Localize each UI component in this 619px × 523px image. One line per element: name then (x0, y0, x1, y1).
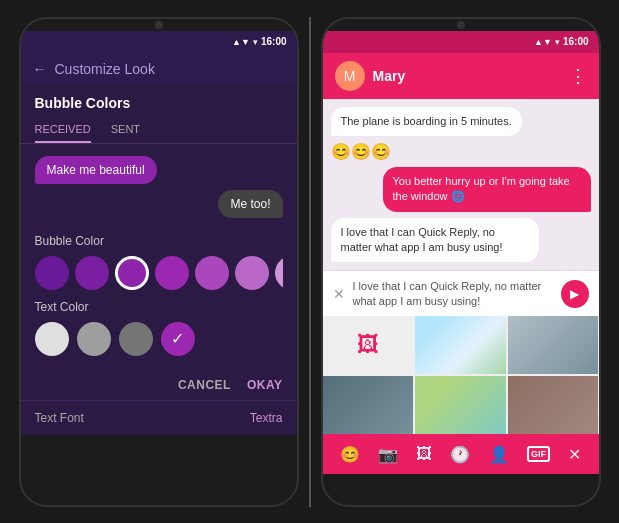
send-icon: ▶ (570, 287, 579, 301)
bubble-preview: Make me beautiful Me too! (21, 150, 297, 224)
toolbar: ← Customize Look (21, 53, 297, 85)
message-3: You better hurry up or I'm going take th… (383, 167, 591, 212)
toolbar-title: Customize Look (55, 61, 155, 77)
close-toolbar-icon[interactable]: ✕ (568, 445, 581, 464)
photo-cell-icon[interactable]: 🖼 (323, 316, 414, 374)
text-circle-2[interactable] (77, 322, 111, 356)
check-icon: ✓ (171, 329, 184, 348)
received-bubble: Make me beautiful (35, 156, 157, 184)
text-color-circles: ✓ (35, 322, 283, 356)
bubble-color-label: Bubble Color (35, 234, 283, 248)
text-circle-4[interactable]: ✓ (161, 322, 195, 356)
back-arrow-icon[interactable]: ← (33, 61, 47, 77)
photo-cell-6[interactable] (508, 376, 599, 434)
dialog-buttons: CANCEL OKAY (21, 374, 297, 400)
color-circle-7[interactable] (275, 256, 283, 290)
footer-row: Text Font Textra (21, 400, 297, 435)
right-wifi-icon: ▾ (555, 37, 560, 47)
top-notch (21, 19, 297, 31)
clock-toolbar-icon[interactable]: 🕐 (450, 445, 470, 464)
message-1: The plane is boarding in 5 minutes. (331, 107, 522, 136)
right-notch (457, 21, 465, 29)
photo-cell-2[interactable] (415, 316, 506, 374)
right-bottom-bar (323, 474, 599, 484)
send-button[interactable]: ▶ (561, 280, 589, 308)
left-status-bar: ▲▼ ▾ 16:00 (21, 31, 297, 53)
notch (155, 21, 163, 29)
chat-messages: The plane is boarding in 5 minutes. 😊😊😊 … (323, 99, 599, 271)
footer-label: Text Font (35, 411, 84, 425)
right-status-time: 16:00 (563, 36, 589, 47)
right-top-notch (323, 19, 599, 31)
bottom-bar (21, 435, 297, 445)
bubble-color-circles (35, 256, 283, 290)
cancel-button[interactable]: CANCEL (178, 378, 231, 392)
more-icon[interactable]: ⋮ (569, 65, 587, 87)
sent-bubble: Me too! (218, 190, 282, 218)
photo-cell-3[interactable] (508, 316, 599, 374)
text-color-label: Text Color (35, 300, 283, 314)
right-screen: M Mary ⋮ The plane is boarding in 5 minu… (323, 53, 599, 475)
avatar-initial: M (344, 68, 356, 84)
right-status-bar: ▲▼ ▾ 16:00 (323, 31, 599, 53)
emoji-toolbar-icon[interactable]: 😊 (340, 445, 360, 464)
color-circle-5[interactable] (195, 256, 229, 290)
color-circle-4[interactable] (155, 256, 189, 290)
quick-reply-bar: ✕ I love that I can Quick Reply, no matt… (323, 270, 599, 316)
message-4: I love that I can Quick Reply, no matter… (331, 218, 539, 263)
gif-toolbar-button[interactable]: GIF (527, 446, 550, 462)
image-toolbar-icon[interactable]: 🖼 (416, 445, 432, 463)
signal-icon: ▲▼ (232, 37, 250, 47)
okay-button[interactable]: OKAY (247, 378, 283, 392)
tab-received[interactable]: RECEIVED (35, 117, 91, 143)
left-screen: ← Customize Look Bubble Colors RECEIVED … (21, 53, 297, 435)
left-phone: ▲▼ ▾ 16:00 ← Customize Look Bubble Color… (19, 17, 299, 507)
right-signal-icon: ▲▼ (534, 37, 552, 47)
color-circle-3[interactable] (115, 256, 149, 290)
camera-toolbar-icon[interactable]: 📷 (378, 445, 398, 464)
wifi-icon: ▾ (253, 37, 258, 47)
palette-section: Bubble Color Text Color (21, 228, 297, 374)
divider (309, 17, 311, 507)
contact-name: Mary (373, 68, 561, 84)
avatar: M (335, 61, 365, 91)
color-circle-1[interactable] (35, 256, 69, 290)
contact-toolbar-icon[interactable]: 👤 (489, 445, 509, 464)
photo-cell-5[interactable] (415, 376, 506, 434)
chat-header: M Mary ⋮ (323, 53, 599, 99)
image-icon: 🖼 (357, 332, 379, 358)
reply-text: I love that I can Quick Reply, no matter… (353, 279, 553, 308)
tabs-row: RECEIVED SENT (21, 117, 297, 144)
color-circle-6[interactable] (235, 256, 269, 290)
footer-value: Textra (250, 411, 283, 425)
photo-cell-4[interactable] (323, 376, 414, 434)
text-circle-1[interactable] (35, 322, 69, 356)
close-reply-icon[interactable]: ✕ (333, 286, 345, 302)
right-phone: ▲▼ ▾ 16:00 M Mary ⋮ The plane is boardin… (321, 17, 601, 507)
chat-bottom-toolbar: 😊 📷 🖼 🕐 👤 GIF ✕ (323, 434, 599, 474)
status-time: 16:00 (261, 36, 287, 47)
tab-sent[interactable]: SENT (111, 117, 140, 143)
photo-grid: 🖼 (323, 316, 599, 434)
emoji-row: 😊😊😊 (331, 142, 391, 161)
customize-content: Bubble Colors RECEIVED SENT Make me beau… (21, 85, 297, 435)
section-heading: Bubble Colors (21, 85, 297, 117)
color-circle-2[interactable] (75, 256, 109, 290)
text-circle-3[interactable] (119, 322, 153, 356)
